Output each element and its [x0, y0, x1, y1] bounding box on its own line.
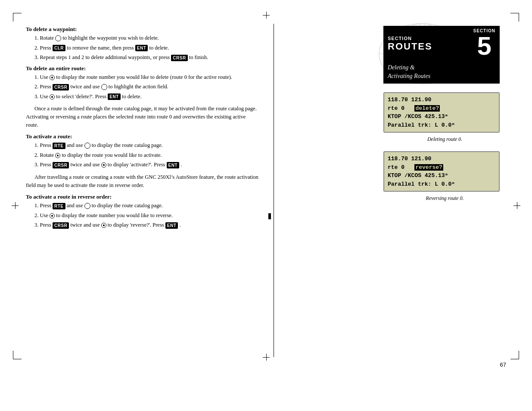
- screen2-caption: Reversing route 0.: [383, 195, 506, 202]
- delete-route-step2: 2. Press CRSR twice and use to highlight…: [34, 83, 258, 91]
- section-title-area: SECTION ROUTES: [388, 36, 432, 52]
- screen2-row2-plain: rte 0: [388, 164, 404, 171]
- screen1-row3: KTOP /KCOS 425.13ᵐ: [388, 112, 495, 121]
- ent-button-3: ENT: [167, 162, 180, 168]
- inner-knob-icon-1: [50, 75, 55, 80]
- section-header: SECTION ROUTES SECTION 5 Deleting & Acti…: [383, 26, 500, 84]
- activate-reverse-list: 1. Press RTE and use to display the rout…: [34, 202, 258, 229]
- inner-knob-icon-2: [50, 94, 55, 100]
- delete-route-list: 1. Use to display the route number you w…: [34, 74, 258, 101]
- gps-screen-2: 118.70 121.90 rte 0 reverse? KTOP /KCOS …: [383, 151, 500, 192]
- cross-top: [263, 12, 270, 19]
- section-number: 5: [477, 33, 492, 59]
- activate-route-list: 1. Press RTE and use to display the rout…: [34, 142, 258, 169]
- section-label: SECTION: [388, 36, 432, 41]
- ent-button-2: ENT: [108, 93, 121, 100]
- activate-reverse-step1: 1. Press RTE and use to display the rout…: [34, 202, 258, 210]
- delete-waypoint-step3: 3. Repeat steps 1 and 2 to delete additi…: [34, 54, 258, 62]
- screen2-row2-highlight: reverse?: [414, 164, 443, 171]
- corner-mark-tr: [510, 13, 519, 22]
- clr-button-1: CLR: [53, 45, 65, 51]
- section-number-area: SECTION 5: [473, 28, 495, 59]
- gps-screen-1: 118.70 121.90 rte 0 delete? KTOP /KCOS 4…: [383, 92, 500, 133]
- section-header-top: SECTION ROUTES SECTION 5: [383, 26, 500, 62]
- activate-reverse-step2: 2. Use to display the route number you w…: [34, 212, 258, 220]
- section-title: ROUTES: [388, 41, 432, 52]
- screen2-row1: 118.70 121.90: [388, 155, 495, 163]
- delete-waypoint-list: 1. Rotate to highlight the waypoint you …: [34, 34, 258, 62]
- delete-waypoint-heading: To delete a waypoint:: [26, 26, 258, 33]
- corner-mark-br: [510, 351, 519, 359]
- rte-button-1: RTE: [53, 143, 65, 149]
- corner-mark-bl: [13, 351, 22, 359]
- paragraph-2: After travelling a route or creating a r…: [26, 173, 258, 190]
- cross-bottom: [263, 354, 270, 361]
- delete-route-step3: 3. Use to select 'delete?'. Press ENT to…: [34, 93, 258, 101]
- crsr-button-3: CRSR: [53, 162, 69, 168]
- delete-waypoint-step2: 2. Press CLR to remove the name, then pr…: [34, 44, 258, 52]
- screen1-container: 118.70 121.90 rte 0 delete? KTOP /KCOS 4…: [383, 92, 506, 143]
- inner-knob-icon-5: [50, 213, 55, 218]
- screen1-row2-highlight: delete?: [414, 105, 440, 112]
- corner-mark-tl: [13, 13, 22, 22]
- screen2-row4: Parallel trk: L 0.0ᵐ: [388, 180, 495, 189]
- page-number: 67: [500, 361, 506, 368]
- cross-left: [12, 202, 19, 209]
- column-divider: [274, 24, 274, 357]
- screen1-row2-plain: rte 0: [388, 105, 404, 112]
- inner-knob-icon-4: [101, 162, 106, 168]
- activate-route-heading: To activate a route:: [26, 133, 258, 140]
- screen1-row1: 118.70 121.90: [388, 96, 495, 104]
- cross-right: [513, 202, 520, 209]
- inner-knob-icon-3: [55, 153, 60, 158]
- crsr-button-1: CRSR: [171, 55, 187, 61]
- activate-route-step2: 2. Rotate to display the route you would…: [34, 152, 258, 159]
- crsr-button-4: CRSR: [53, 222, 69, 229]
- right-column: SECTION ROUTES SECTION 5 Deleting & Acti…: [383, 26, 506, 210]
- screen2-container: 118.70 121.90 rte 0 reverse? KTOP /KCOS …: [383, 151, 506, 202]
- rte-button-2: RTE: [53, 203, 65, 209]
- activate-reverse-heading: To activate a route in reverse order:: [26, 193, 258, 200]
- activate-route-step1: 1. Press RTE and use to display the rout…: [34, 142, 258, 149]
- section-subtitle: Deleting & Activating Routes: [383, 62, 500, 84]
- left-column: To delete a waypoint: 1. Rotate to highl…: [26, 26, 258, 355]
- activate-reverse-step3: 3. Press CRSR twice and use to display '…: [34, 221, 258, 229]
- delete-waypoint-step1: 1. Rotate to highlight the waypoint you …: [34, 34, 258, 42]
- ent-button-4: ENT: [165, 222, 178, 229]
- knob-icon-2: [101, 84, 107, 90]
- screen1-row4: Parallel trk: L 0.0ᵐ: [388, 121, 495, 130]
- knob-icon-3: [84, 143, 90, 149]
- sidebar-marker: [268, 213, 271, 219]
- screen2-row2: rte 0 reverse?: [388, 163, 495, 172]
- screen1-caption: Deleting route 0.: [383, 136, 506, 143]
- inner-knob-icon-6: [101, 223, 106, 228]
- knob-icon-1: [55, 35, 61, 41]
- knob-icon-4: [84, 203, 90, 209]
- delete-route-step1: 1. Use to display the route number you w…: [34, 74, 258, 81]
- screen1-row2: rte 0 delete?: [388, 104, 495, 113]
- ent-button-1: ENT: [135, 45, 148, 51]
- screen2-row3: KTOP /KCOS 425.13ᵐ: [388, 171, 495, 180]
- paragraph-1: Once a route is defined through the rout…: [26, 105, 258, 129]
- activate-route-step3: 3. Press CRSR twice and use to display '…: [34, 161, 258, 169]
- crsr-button-2: CRSR: [53, 84, 69, 90]
- delete-route-heading: To delete an entire route:: [26, 65, 258, 72]
